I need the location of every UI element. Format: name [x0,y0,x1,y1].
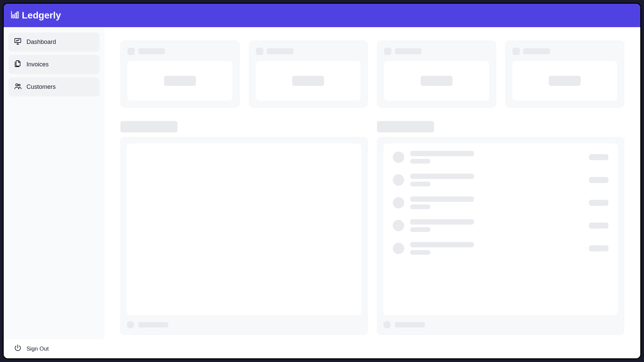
svg-point-5 [18,84,20,86]
stat-card-header [384,48,489,55]
svg-rect-1 [15,13,16,18]
skeleton-icon [513,48,520,55]
panel-footer [127,315,361,328]
skeleton-list [383,143,618,315]
sidebar-nav: Dashboard Invoices [8,33,100,339]
skeleton-icon [384,48,391,55]
skeleton-line [410,219,474,225]
list-item [393,196,608,209]
skeleton-avatar [393,220,404,231]
list-item-text [410,242,583,255]
app-window: Ledgerly Dashboard [3,3,641,359]
skeleton-line [410,174,474,179]
skeleton-label [138,48,165,54]
list-item [393,242,608,255]
skeleton-line [410,227,430,232]
skeleton-avatar [393,152,404,163]
section-titles-row [120,121,624,132]
list-item [393,219,608,232]
stat-card-skeleton [249,41,368,108]
skeleton-label [523,48,550,54]
skeleton-avatar [393,243,404,254]
skeleton-icon [256,48,263,55]
presentation-chart-icon [14,37,22,47]
documents-icon [14,60,22,69]
list-item [393,151,608,164]
skeleton-line [410,250,430,255]
chart-panel-skeleton [120,137,368,335]
list-item-text [410,174,583,186]
stat-card-body [513,61,618,101]
skeleton-label [267,48,293,54]
stat-card-skeleton [505,41,625,108]
skeleton-value [421,76,452,86]
skeleton-icon [127,48,135,55]
app-body: Dashboard Invoices [4,27,640,358]
users-icon [14,82,22,92]
sidebar-item-dashboard[interactable]: Dashboard [8,33,100,52]
bar-chart-icon [10,10,19,20]
skeleton-dot [383,321,391,328]
skeleton-amount [589,154,608,160]
skeleton-line [410,159,430,164]
list-panel-skeleton [377,137,624,335]
sidebar-item-invoices[interactable]: Invoices [8,55,100,74]
skeleton-amount [589,200,608,206]
skeleton-section-title [120,121,177,132]
app-title: Ledgerly [22,10,61,21]
svg-rect-0 [13,15,14,18]
skeleton-line [410,242,474,247]
list-item-text [410,219,583,232]
list-item [393,174,608,186]
skeleton-footer-text [138,322,168,327]
skeleton-label [395,48,422,54]
svg-point-4 [16,84,18,86]
list-item-text [410,151,583,164]
panel-footer [383,315,618,328]
skeleton-line [410,151,474,156]
app-logo: Ledgerly [10,10,61,21]
panels-row [120,137,624,335]
power-icon [14,344,22,354]
list-item-text [410,196,583,209]
app-header: Ledgerly [4,4,640,27]
skeleton-footer-text [395,322,425,327]
main-content [104,27,640,358]
skeleton-chart-area [127,143,361,315]
skeleton-value [164,76,196,86]
stat-card-body [256,61,361,101]
stat-card-header [127,48,232,55]
skeleton-value [549,76,581,86]
stat-card-body [384,61,489,101]
stat-card-skeleton [120,41,239,108]
sidebar-item-label: Customers [26,83,56,90]
skeleton-dot [127,321,134,328]
skeleton-value [292,76,324,86]
stat-card-skeleton [377,41,496,108]
skeleton-avatar [393,197,404,208]
skeleton-section-title [377,121,434,132]
sidebar-item-label: Dashboard [26,39,56,46]
sidebar-item-label: Invoices [26,61,49,68]
svg-rect-2 [17,12,18,18]
stat-card-header [256,48,361,55]
sidebar: Dashboard Invoices [4,27,104,358]
skeleton-amount [589,245,608,251]
sidebar-item-customers[interactable]: Customers [8,77,100,97]
skeleton-amount [589,177,608,183]
skeleton-line [410,204,430,209]
skeleton-line [410,196,474,202]
stat-card-body [127,61,232,101]
sidebar-bottom: Sign Out [8,339,100,353]
sign-out-label: Sign Out [26,346,49,352]
skeleton-amount [589,223,608,229]
sign-out-button[interactable]: Sign Out [4,339,104,358]
stat-cards-row [120,41,624,108]
stat-card-header [513,48,618,55]
skeleton-avatar [393,174,404,186]
skeleton-line [410,182,430,186]
